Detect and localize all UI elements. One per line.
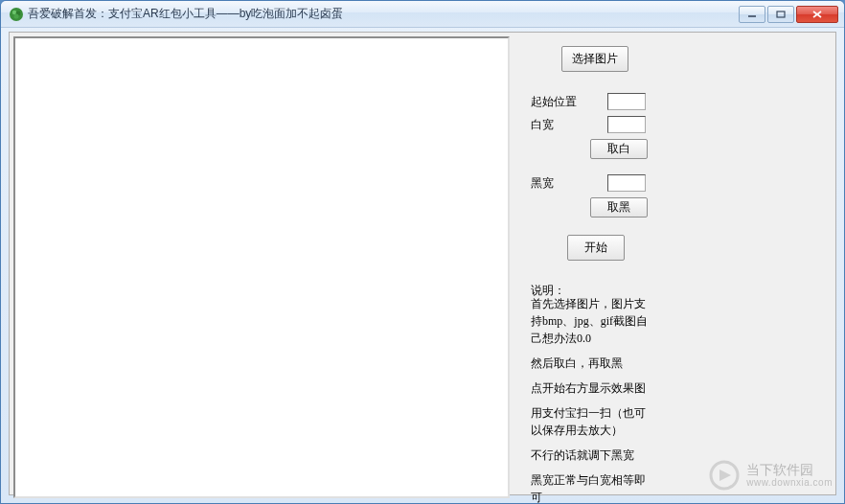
window-title: 吾爱破解首发：支付宝AR红包小工具——by吃泡面加不起卤蛋 <box>28 6 737 22</box>
minimize-button[interactable] <box>739 6 765 23</box>
start-button[interactable]: 开始 <box>567 235 625 261</box>
black-width-row: 黑宽 <box>531 174 646 192</box>
svg-point-3 <box>13 13 18 18</box>
start-position-input[interactable] <box>607 93 646 110</box>
start-position-row: 起始位置 <box>531 93 646 110</box>
start-position-label: 起始位置 <box>531 94 577 110</box>
instructions-line5: 不行的话就调下黑宽 <box>531 447 655 464</box>
take-white-button[interactable]: 取白 <box>590 139 648 159</box>
instructions-line4: 用支付宝扫一扫（也可以保存用去放大） <box>531 404 655 439</box>
take-black-button[interactable]: 取黑 <box>590 197 648 218</box>
black-width-label: 黑宽 <box>531 175 554 192</box>
close-button[interactable] <box>796 6 838 23</box>
select-image-button[interactable]: 选择图片 <box>561 46 628 72</box>
instructions-line3: 点开始右方显示效果图 <box>531 379 655 397</box>
instructions-line1: 首先选择图片，图片支持bmp、jpg、gif截图自己想办法0.0 <box>531 295 655 347</box>
client-area: 选择图片 起始位置 白宽 取白 黑宽 取黑 开始 说明： 首先选择图片，图片支持… <box>9 32 836 495</box>
white-width-input[interactable] <box>607 116 646 133</box>
instructions-line2: 然后取白，再取黑 <box>531 355 655 372</box>
white-width-label: 白宽 <box>531 117 554 133</box>
title-bar[interactable]: 吾爱破解首发：支付宝AR红包小工具——by吃泡面加不起卤蛋 <box>1 1 844 28</box>
image-preview-pane <box>13 36 510 498</box>
black-width-input[interactable] <box>607 174 646 192</box>
app-window: 吾爱破解首发：支付宝AR红包小工具——by吃泡面加不起卤蛋 选择图片 起始位置 … <box>0 0 845 504</box>
svg-rect-5 <box>777 11 785 17</box>
instructions-line6: 黑宽正常与白宽相等即可 <box>531 471 655 504</box>
white-width-row: 白宽 <box>531 116 646 133</box>
control-panel: 选择图片 起始位置 白宽 取白 黑宽 取黑 开始 说明： 首先选择图片，图片支持… <box>514 33 835 494</box>
instructions: 说明： 首先选择图片，图片支持bmp、jpg、gif截图自己想办法0.0 然后取… <box>531 282 655 504</box>
window-controls <box>737 6 838 23</box>
app-icon <box>9 7 24 22</box>
maximize-button[interactable] <box>767 6 794 23</box>
